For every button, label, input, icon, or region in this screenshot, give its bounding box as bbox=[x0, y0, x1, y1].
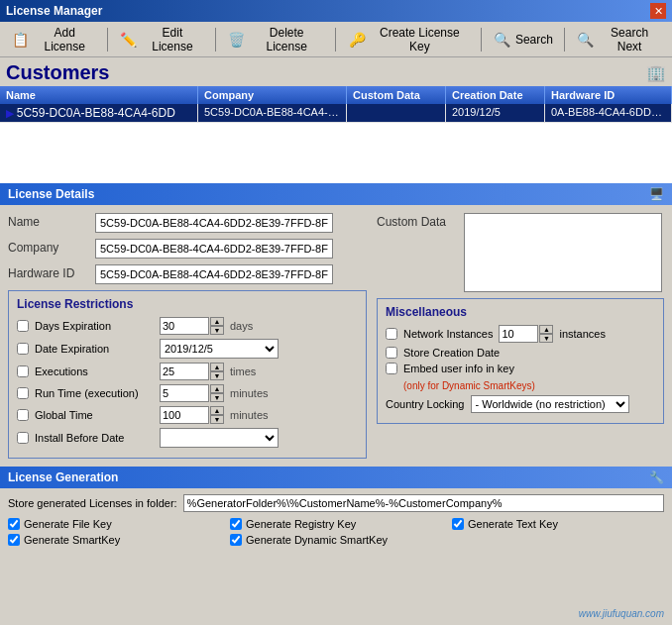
misc-box: Miscellaneous Network Instances ▲ ▼ inst… bbox=[377, 298, 664, 424]
details-right: Custom Data Miscellaneous Network Instan… bbox=[377, 213, 664, 459]
gen-file-key-checkbox[interactable] bbox=[8, 518, 20, 530]
executions-input[interactable] bbox=[160, 363, 209, 380]
toolbar-sep-2 bbox=[215, 28, 216, 52]
global-time-label: Global Time bbox=[35, 409, 154, 421]
embed-user-info-row: Embed user info in key (only for Dynamic… bbox=[386, 363, 655, 391]
search-icon: 🔍 bbox=[493, 30, 512, 50]
executions-label: Executions bbox=[35, 365, 154, 377]
details-left: Name Company Hardware ID License Restric… bbox=[8, 213, 367, 459]
days-spin-down[interactable]: ▼ bbox=[210, 326, 224, 335]
delete-license-button[interactable]: 🗑️ Delete License bbox=[219, 25, 331, 54]
global-time-row: Global Time ▲ ▼ minutes bbox=[17, 406, 358, 424]
close-button[interactable]: ✕ bbox=[650, 3, 666, 19]
days-expiration-checkbox[interactable] bbox=[17, 320, 29, 332]
col-hardware-id: Hardware ID bbox=[545, 86, 672, 104]
embed-user-info-note: (only for Dynamic SmartKeys) bbox=[403, 380, 535, 391]
title-bar: License Manager ✕ bbox=[0, 0, 672, 22]
toolbar-sep-5 bbox=[564, 28, 565, 52]
install-before-label: Install Before Date bbox=[35, 432, 154, 444]
hardware-id-label: Hardware ID bbox=[8, 264, 87, 280]
add-license-icon: 📋 bbox=[11, 30, 30, 50]
install-before-select[interactable] bbox=[160, 428, 279, 448]
col-company: Company bbox=[198, 86, 347, 104]
toolbar-sep-4 bbox=[481, 28, 482, 52]
days-spin-up[interactable]: ▲ bbox=[210, 317, 224, 326]
gen-file-key-row: Generate File Key bbox=[8, 518, 220, 530]
network-instances-checkbox[interactable] bbox=[386, 328, 397, 340]
days-expiration-row: Days Expiration ▲ ▼ days bbox=[17, 317, 358, 335]
restrictions-title: License Restrictions bbox=[17, 297, 358, 311]
row-company: 5C59-DC0A-BE88-4CA4-6DD bbox=[198, 104, 347, 122]
details-grid: Name Company Hardware ID bbox=[8, 213, 367, 284]
days-input[interactable] bbox=[160, 317, 209, 335]
global-time-input[interactable] bbox=[160, 406, 209, 424]
days-unit: days bbox=[230, 320, 253, 332]
gen-smartkey-checkbox[interactable] bbox=[8, 534, 20, 546]
runtime-spin-down[interactable]: ▼ bbox=[210, 393, 224, 402]
network-spin-down[interactable]: ▼ bbox=[539, 334, 553, 343]
global-spin-down[interactable]: ▼ bbox=[210, 415, 224, 424]
gen-dynamic-smartkey-row: Generate Dynamic SmartKey bbox=[230, 534, 442, 546]
gen-dynamic-smartkey-checkbox[interactable] bbox=[230, 534, 242, 546]
global-time-checkbox[interactable] bbox=[17, 409, 29, 421]
global-time-spinner: ▲ ▼ bbox=[160, 406, 224, 424]
gen-text-key-checkbox[interactable] bbox=[452, 518, 464, 530]
exec-spin-up[interactable]: ▲ bbox=[210, 363, 224, 371]
search-button[interactable]: 🔍 Search bbox=[486, 25, 560, 54]
embed-user-info-label: Embed user info in key bbox=[403, 363, 514, 374]
custom-data-textarea[interactable] bbox=[464, 213, 662, 292]
name-row: Name bbox=[8, 213, 367, 233]
edit-license-button[interactable]: ✏️ Edit License bbox=[112, 25, 210, 54]
network-spin-up[interactable]: ▲ bbox=[539, 325, 553, 334]
global-spin-up[interactable]: ▲ bbox=[210, 406, 224, 415]
hardware-id-input[interactable] bbox=[95, 264, 333, 284]
create-key-button[interactable]: 🔑 Create License Key bbox=[340, 25, 477, 54]
search-next-button[interactable]: 🔍 Search Next bbox=[569, 25, 668, 54]
store-creation-date-checkbox[interactable] bbox=[386, 347, 397, 359]
install-before-checkbox[interactable] bbox=[17, 432, 29, 444]
date-expiration-checkbox[interactable] bbox=[17, 343, 29, 355]
embed-user-info-checkbox[interactable] bbox=[386, 363, 397, 374]
col-name: Name bbox=[0, 86, 198, 104]
network-instances-row: Network Instances ▲ ▼ instances bbox=[386, 325, 655, 343]
network-instances-label: Network Instances bbox=[403, 328, 493, 340]
days-expiration-label: Days Expiration bbox=[35, 320, 154, 332]
network-instances-input[interactable] bbox=[499, 325, 538, 343]
runtime-spin-btns: ▲ ▼ bbox=[210, 384, 224, 402]
toolbar: 📋 Add License ✏️ Edit License 🗑️ Delete … bbox=[0, 22, 672, 57]
runtime-row: Run Time (execution) ▲ ▼ minutes bbox=[17, 384, 358, 402]
country-locking-select[interactable]: - Worldwide (no restriction) bbox=[471, 395, 629, 413]
watermark: www.jiufuquan.com bbox=[579, 608, 664, 619]
row-hardware-id: 0A-BE88-4CA4-6DD2-8E39-7 bbox=[545, 104, 672, 122]
toolbar-sep-1 bbox=[107, 28, 108, 52]
gen-registry-key-checkbox[interactable] bbox=[230, 518, 242, 530]
exec-spin-down[interactable]: ▼ bbox=[210, 371, 224, 380]
restrictions-box: License Restrictions Days Expiration ▲ ▼… bbox=[8, 290, 367, 459]
create-key-icon: 🔑 bbox=[347, 30, 366, 50]
name-input[interactable] bbox=[95, 213, 333, 233]
table-row[interactable]: ▶ 5C59-DC0A-BE88-4CA4-6DD 5C59-DC0A-BE88… bbox=[0, 104, 672, 123]
gen-folder-row: Store generated Licenses in folder: bbox=[8, 494, 664, 512]
add-license-label: Add License bbox=[33, 26, 96, 53]
delete-license-icon: 🗑️ bbox=[226, 30, 245, 50]
executions-checkbox[interactable] bbox=[17, 365, 29, 377]
misc-title: Miscellaneous bbox=[386, 305, 655, 319]
gen-folder-label: Store generated Licenses in folder: bbox=[8, 497, 177, 509]
gen-registry-key-label: Generate Registry Key bbox=[246, 518, 356, 530]
network-instances-unit: instances bbox=[559, 328, 605, 340]
runtime-input[interactable] bbox=[160, 384, 209, 402]
toolbar-sep-3 bbox=[335, 28, 336, 52]
company-input[interactable] bbox=[95, 239, 333, 259]
date-expiration-select[interactable]: 2019/12/5 bbox=[160, 339, 279, 359]
store-creation-date-label: Store Creation Date bbox=[403, 347, 500, 359]
app-title: License Manager bbox=[6, 4, 102, 18]
gen-smartkey-label: Generate SmartKey bbox=[24, 534, 120, 546]
date-expiration-row: Date Expiration 2019/12/5 bbox=[17, 339, 358, 359]
gen-folder-input[interactable] bbox=[183, 494, 664, 512]
add-license-button[interactable]: 📋 Add License bbox=[4, 25, 103, 54]
gen-checkboxes: Generate File Key Generate Registry Key … bbox=[8, 518, 664, 546]
customers-table-body[interactable]: ▶ 5C59-DC0A-BE88-4CA4-6DD 5C59-DC0A-BE88… bbox=[0, 104, 672, 183]
runtime-checkbox[interactable] bbox=[17, 387, 29, 399]
runtime-spin-up[interactable]: ▲ bbox=[210, 384, 224, 393]
generation-body: Store generated Licenses in folder: Gene… bbox=[0, 488, 672, 552]
